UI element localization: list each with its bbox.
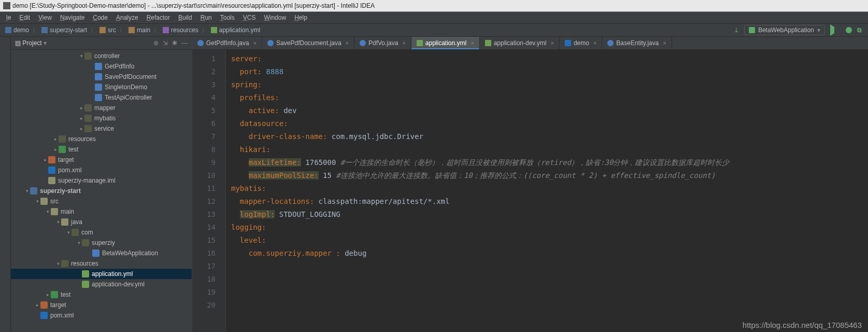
expand-closed-icon[interactable]: ▸ xyxy=(78,105,84,110)
close-icon[interactable]: × xyxy=(402,40,405,46)
tree-node[interactable]: pom.xml xyxy=(11,310,192,321)
run-config-selector[interactable]: BetaWebApplication ▾ xyxy=(744,25,825,35)
menu-help[interactable]: Help xyxy=(290,12,311,23)
tree-node[interactable]: ▾controller xyxy=(11,51,192,61)
breadcrumb-item[interactable]: resources xyxy=(161,26,201,34)
expand-open-icon[interactable]: ▾ xyxy=(24,188,30,193)
tree-node-label: superziy-start xyxy=(40,187,192,195)
menu-build[interactable]: Build xyxy=(174,12,196,23)
editor-tabs: GetPdfInfo.java×SavePdfDocument.java×Pdf… xyxy=(192,37,868,50)
breadcrumb-label: application.yml xyxy=(219,26,260,34)
close-icon[interactable]: × xyxy=(346,40,349,46)
tree-node[interactable]: SavePdfDocument xyxy=(11,72,192,82)
expand-closed-icon[interactable]: ▸ xyxy=(78,116,84,121)
expand-open-icon[interactable]: ▾ xyxy=(34,199,40,204)
tree-node[interactable]: SingletonDemo xyxy=(11,82,192,92)
menu-refactor[interactable]: Refactor xyxy=(143,12,174,23)
tree-node-icon xyxy=(51,208,58,215)
tree-node[interactable]: ▸test xyxy=(11,289,192,300)
expand-closed-icon[interactable]: ▸ xyxy=(42,157,48,162)
build-icon[interactable]: ⤓ xyxy=(734,26,739,34)
editor-tab[interactable]: application-dev.yml× xyxy=(480,37,560,49)
tree-node[interactable]: GetPdfInfo xyxy=(11,61,192,72)
code-editor[interactable]: 1234567891011121314151617181920 server: … xyxy=(192,50,868,332)
editor-tab[interactable]: PdfVo.java× xyxy=(354,37,411,49)
fold-gutter[interactable] xyxy=(219,50,226,332)
close-icon[interactable]: × xyxy=(253,40,257,46)
menu-navigate[interactable]: Navigate xyxy=(56,12,89,23)
tree-node-label: main xyxy=(61,208,192,215)
breadcrumb-icon xyxy=(99,27,106,33)
project-tool-header[interactable]: ▤ Project ▾ ⊕ ⇲ ✱ — xyxy=(11,37,192,50)
hide-icon[interactable]: — xyxy=(181,39,188,47)
tool-window-stripe-left[interactable] xyxy=(0,37,11,332)
close-icon[interactable]: × xyxy=(663,40,666,46)
run-icon[interactable] xyxy=(830,24,841,36)
editor-tab[interactable]: BaseEntity.java× xyxy=(602,37,672,49)
editor-tab[interactable]: application.yml× xyxy=(411,37,480,49)
tab-label: PdfVo.java xyxy=(368,39,398,47)
breadcrumb-item[interactable]: superziy-start xyxy=(39,26,89,34)
close-icon[interactable]: × xyxy=(593,40,596,46)
menu-analyze[interactable]: Analyze xyxy=(112,12,143,23)
breadcrumb-item[interactable]: main xyxy=(126,26,152,34)
expand-closed-icon[interactable]: ▸ xyxy=(52,147,59,152)
tree-node[interactable]: application-dev.yml xyxy=(11,279,192,289)
collapse-all-icon[interactable]: ⇲ xyxy=(163,39,168,47)
tree-node[interactable]: ▾superziy-start xyxy=(11,186,192,196)
editor-tab[interactable]: demo× xyxy=(560,37,602,49)
breadcrumb-item[interactable]: demo xyxy=(3,26,31,34)
expand-closed-icon[interactable]: ▸ xyxy=(78,126,84,131)
menu-le[interactable]: le xyxy=(2,12,15,23)
expand-open-icon[interactable]: ▾ xyxy=(65,230,72,235)
expand-closed-icon[interactable]: ▸ xyxy=(45,292,51,297)
expand-open-icon[interactable]: ▾ xyxy=(45,209,51,214)
menu-edit[interactable]: Edit xyxy=(15,12,34,23)
breadcrumb-item[interactable]: src xyxy=(97,26,118,34)
coverage-icon[interactable]: ⧉ xyxy=(857,26,862,34)
tree-node[interactable]: ▾resources xyxy=(11,258,192,269)
menu-vcs[interactable]: VCS xyxy=(239,12,260,23)
code-area[interactable]: server: port: 8888spring: profiles: acti… xyxy=(226,50,868,332)
expand-closed-icon[interactable]: ▸ xyxy=(52,136,59,142)
tree-node[interactable]: ▸resources xyxy=(11,134,192,144)
tree-node[interactable]: ▸service xyxy=(11,123,192,134)
window-title: demo [E:\Study-Springboot-Demo-master\de… xyxy=(12,2,375,9)
tree-node[interactable]: ▸mapper xyxy=(11,103,192,113)
tree-node[interactable]: ▸target xyxy=(11,300,192,310)
expand-open-icon[interactable]: ▾ xyxy=(55,261,61,266)
tree-node[interactable]: ▾java xyxy=(11,217,192,227)
expand-open-icon[interactable]: ▾ xyxy=(78,53,84,59)
tree-node[interactable]: ▸target xyxy=(11,155,192,165)
tree-node[interactable]: ▸mybatis xyxy=(11,113,192,123)
close-icon[interactable]: × xyxy=(471,40,474,46)
menu-run[interactable]: Run xyxy=(196,12,216,23)
expand-open-icon[interactable]: ▾ xyxy=(76,240,82,245)
editor-tab[interactable]: GetPdfInfo.java× xyxy=(192,37,262,49)
tree-node[interactable]: TestApiController xyxy=(11,92,192,103)
scroll-from-source-icon[interactable]: ⊕ xyxy=(153,39,159,47)
tree-node[interactable]: ▾src xyxy=(11,196,192,206)
breadcrumb-item[interactable]: application.yml xyxy=(209,26,262,34)
menu-tools[interactable]: Tools xyxy=(216,12,239,23)
close-icon[interactable]: × xyxy=(550,40,553,46)
tree-node[interactable]: BetaWebApplication xyxy=(11,248,192,258)
tree-node[interactable]: ▾superziy xyxy=(11,238,192,248)
project-tree[interactable]: ▾controllerGetPdfInfoSavePdfDocumentSing… xyxy=(11,50,192,332)
expand-closed-icon[interactable]: ▸ xyxy=(34,302,40,308)
debug-icon[interactable] xyxy=(846,27,852,33)
menu-window[interactable]: Window xyxy=(260,12,290,23)
tree-node[interactable]: superziy-manage.iml xyxy=(11,175,192,186)
tree-node[interactable]: pom.xml xyxy=(11,165,192,175)
menu-code[interactable]: Code xyxy=(89,12,112,23)
menu-view[interactable]: View xyxy=(34,12,56,23)
tree-node-icon xyxy=(92,250,99,257)
expand-open-icon[interactable]: ▾ xyxy=(55,219,61,225)
tree-node-label: service xyxy=(94,125,192,132)
gear-icon[interactable]: ✱ xyxy=(172,39,177,47)
tree-node[interactable]: ▸test xyxy=(11,144,192,155)
tree-node[interactable]: application.yml xyxy=(11,269,192,279)
tree-node[interactable]: ▾com xyxy=(11,227,192,238)
editor-tab[interactable]: SavePdfDocument.java× xyxy=(262,37,354,49)
tree-node[interactable]: ▾main xyxy=(11,206,192,217)
